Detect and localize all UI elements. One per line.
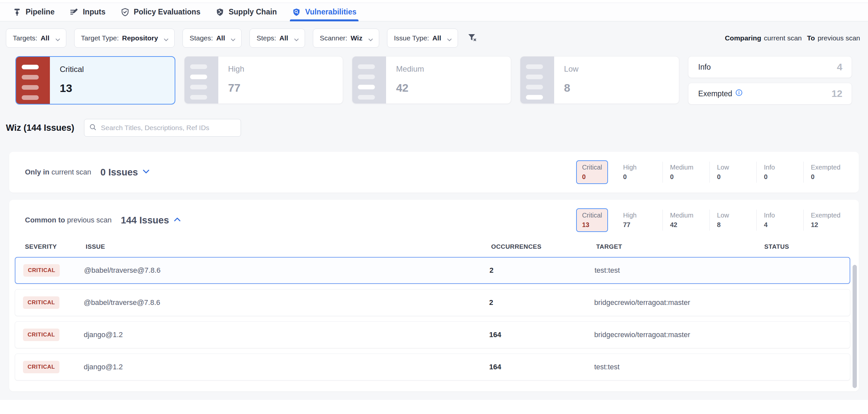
shield-search-icon (292, 7, 301, 17)
filter-value: All (41, 34, 50, 42)
severity-card-body: High 77 (218, 57, 244, 104)
only-in-current-scan-panel: Only in current scan 0 Issues Critical 0… (9, 152, 859, 193)
severity-chip[interactable]: Critical 0 (576, 160, 608, 184)
severity-card[interactable]: High 77 (184, 56, 343, 104)
search-input[interactable] (100, 123, 236, 132)
cell-target: bridgecrewio/terragoat:master (594, 298, 762, 307)
search-box[interactable] (84, 119, 241, 137)
tab-label: Supply Chain (228, 7, 277, 17)
filter-dropdown[interactable]: Stages: All (183, 29, 242, 48)
severity-chip[interactable]: Low 8 (709, 210, 756, 231)
severity-card-count: 77 (228, 82, 244, 94)
severity-chip[interactable]: Info 4 (756, 210, 803, 231)
chip-count: 0 (764, 173, 803, 181)
chip-label: Info (764, 164, 803, 171)
filter-dropdown[interactable]: Scanner: Wiz (313, 29, 379, 48)
info-icon[interactable] (735, 89, 743, 98)
cell-issue: django@1.2 (84, 330, 489, 339)
filter-value: All (216, 34, 225, 42)
cell-issue: django@1.2 (84, 363, 489, 371)
chip-label: Critical (582, 212, 602, 219)
only-in-count: 0 Issues (100, 167, 138, 178)
issues-table: CRITICAL @babel/traverse@7.8.6 2 test:te… (9, 254, 859, 381)
chevron-up-icon[interactable] (174, 217, 181, 223)
tab-label: Policy Evaluations (134, 7, 200, 17)
comparing-current: current scan (764, 34, 802, 42)
severity-card-label: High (228, 64, 244, 73)
severity-badge: CRITICAL (23, 361, 59, 373)
filter-dropdown[interactable]: Issue Type: All (387, 29, 458, 48)
severity-chip[interactable]: Critical 13 (576, 208, 608, 232)
tab-supply-chain[interactable]: Supply Chain (215, 3, 277, 21)
table-row[interactable]: CRITICAL @babel/traverse@7.8.6 2 bridgec… (15, 289, 850, 316)
side-card[interactable]: Exempted 12 (688, 83, 852, 105)
tab-inputs[interactable]: Inputs (70, 3, 105, 21)
severity-badge: CRITICAL (23, 264, 60, 277)
only-in-toggle[interactable]: Only in current scan 0 Issues (25, 167, 150, 178)
filter-dropdown[interactable]: Steps: All (249, 29, 305, 48)
severity-card-count: 42 (396, 82, 424, 94)
severity-card[interactable]: Low 8 (520, 56, 679, 104)
severity-card-body: Medium 42 (386, 57, 424, 104)
severity-chip[interactable]: Medium 0 (662, 162, 709, 183)
severity-card-label: Low (564, 64, 579, 73)
chip-count: 13 (582, 221, 602, 229)
cell-occurrences: 2 (490, 266, 594, 275)
chip-label: Low (717, 164, 756, 171)
severity-chip[interactable]: Exempted 0 (803, 162, 850, 183)
chip-count: 4 (764, 221, 803, 229)
common-to-previous-scan-panel: Common to previous scan 144 Issues Criti… (9, 200, 859, 391)
cell-issue: @babel/traverse@7.8.6 (84, 298, 489, 307)
filter-label: Steps: (256, 34, 276, 42)
chip-count: 8 (717, 221, 756, 229)
severity-chip[interactable]: High 0 (616, 162, 662, 183)
side-cards: Info 4 Exempted 12 (688, 56, 852, 105)
chip-count: 0 (717, 173, 756, 181)
filter-label: Issue Type: (394, 34, 429, 42)
filter-bar: Targets: All Target Type: Repository Sta (0, 21, 868, 48)
chip-label: Info (764, 212, 803, 219)
pipeline-icon (12, 7, 22, 17)
cell-occurrences: 164 (489, 363, 594, 371)
table-row[interactable]: CRITICAL django@1.2 164 test:test (15, 354, 850, 381)
tab-policy-evaluations[interactable]: Policy Evaluations (121, 3, 200, 21)
severity-chip[interactable]: Exempted 12 (803, 210, 850, 231)
side-card-label: Exempted (698, 89, 743, 98)
severity-chip[interactable]: Info 0 (756, 162, 803, 183)
severity-card[interactable]: Critical 13 (16, 56, 175, 105)
tab-pipeline[interactable]: Pipeline (12, 3, 55, 21)
common-to-toggle[interactable]: Common to previous scan 144 Issues (25, 215, 181, 226)
tab-label: Inputs (83, 7, 105, 17)
column-header: STATUS (764, 243, 850, 250)
tab-vulnerabilities[interactable]: Vulnerabilities (292, 3, 356, 21)
table-row[interactable]: CRITICAL django@1.2 164 bridgecrewio/ter… (15, 321, 850, 348)
severity-chip[interactable]: Low 0 (709, 162, 756, 183)
inputs-icon (70, 7, 79, 17)
side-card-label-text: Info (698, 63, 711, 71)
table-scrollbar[interactable] (852, 265, 857, 388)
severity-chip[interactable]: Medium 42 (662, 210, 709, 231)
column-header: OCCURRENCES (491, 243, 596, 250)
filter-value: Wiz (351, 34, 363, 42)
only-in-label: Only in current scan (25, 168, 91, 176)
chevron-down-icon[interactable] (143, 169, 150, 175)
table-row[interactable]: CRITICAL @babel/traverse@7.8.6 2 test:te… (15, 257, 850, 284)
severity-card[interactable]: Medium 42 (352, 56, 511, 104)
cell-severity: CRITICAL (23, 361, 84, 373)
side-card-count: 12 (832, 88, 842, 99)
side-card[interactable]: Info 4 (688, 56, 852, 78)
filter-dropdown[interactable]: Target Type: Repository (74, 29, 175, 48)
page-content: Targets: All Target Type: Repository Sta (0, 21, 868, 400)
chip-label: High (623, 164, 662, 171)
chip-count: 0 (811, 173, 850, 181)
severity-card-body: Critical 13 (50, 57, 84, 104)
chip-count: 0 (623, 173, 662, 181)
filter-dropdown[interactable]: Targets: All (6, 29, 66, 48)
chip-label: Medium (670, 212, 709, 219)
filter-label: Stages: (189, 34, 213, 42)
filter-label: Scanner: (320, 34, 347, 42)
clear-filters-icon[interactable] (467, 32, 477, 44)
common-to-label: Common to previous scan (25, 216, 112, 225)
severity-chip[interactable]: High 77 (616, 210, 662, 231)
side-card-label: Info (698, 63, 711, 71)
